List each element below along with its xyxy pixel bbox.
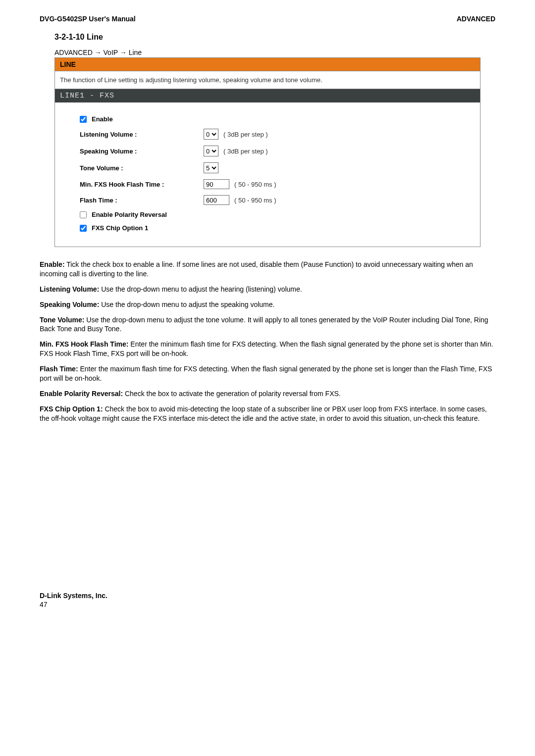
polarity-reversal-checkbox[interactable]	[80, 211, 87, 218]
min-fxs-hook-label: Min. FXS Hook Flash Time :	[80, 181, 204, 188]
panel-description: The function of Line setting is adjustin…	[55, 71, 480, 89]
footer-company: D-Link Systems, Inc.	[40, 592, 107, 600]
enable-label: Enable	[92, 115, 215, 123]
para-enable: Enable: Tick the check box to enable a l…	[40, 260, 495, 279]
speaking-volume-select[interactable]: 0	[204, 146, 218, 156]
flash-time-help: ( 50 - 950 ms )	[234, 197, 276, 204]
listening-volume-label: Listening Volume :	[80, 131, 204, 138]
para-tone: Tone Volume: Use the drop-down menu to a…	[40, 315, 495, 334]
panel-subheader: LINE1 - FXS	[55, 89, 480, 102]
tone-volume-label: Tone Volume :	[80, 164, 204, 172]
para-flash: Flash Time: Enter the maximum flash time…	[40, 364, 495, 383]
listening-volume-help: ( 3dB per step )	[223, 131, 268, 138]
fxs-chip-option-checkbox[interactable]	[80, 225, 87, 232]
breadcrumb: ADVANCED → VoIP → Line	[54, 49, 481, 56]
flash-time-input[interactable]	[204, 195, 229, 205]
para-polarity: Enable Polarity Reversal: Check the box …	[40, 389, 495, 399]
fxs-chip-option-label: FXS Chip Option 1	[92, 224, 215, 232]
para-minfxs: Min. FXS Hook Flash Time: Enter the mini…	[40, 340, 495, 358]
para-speaking: Speaking Volume: Use the drop-down menu …	[40, 300, 495, 309]
manual-title: DVG-G5402SP User's Manual	[40, 15, 136, 23]
line-panel: LINE The function of Line setting is adj…	[54, 57, 481, 247]
flash-time-label: Flash Time :	[80, 197, 204, 204]
panel-title: LINE	[55, 58, 480, 71]
speaking-volume-label: Speaking Volume :	[80, 148, 204, 155]
section-heading: 3-2-1-10 Line	[54, 33, 481, 42]
speaking-volume-help: ( 3dB per step )	[223, 148, 268, 155]
listening-volume-select[interactable]: 0	[204, 129, 218, 140]
enable-checkbox[interactable]	[80, 116, 87, 123]
min-fxs-hook-help: ( 50 - 950 ms )	[234, 181, 276, 188]
tone-volume-select[interactable]: 5	[204, 162, 218, 173]
para-listening: Listening Volume: Use the drop-down menu…	[40, 285, 495, 294]
polarity-reversal-label: Enable Polarity Reversal	[92, 211, 215, 218]
min-fxs-hook-input[interactable]	[204, 179, 229, 189]
para-fxschip: FXS Chip Option 1: Check the box to avoi…	[40, 404, 495, 423]
footer-page-number: 47	[40, 601, 495, 608]
header-section: ADVANCED	[457, 15, 495, 23]
